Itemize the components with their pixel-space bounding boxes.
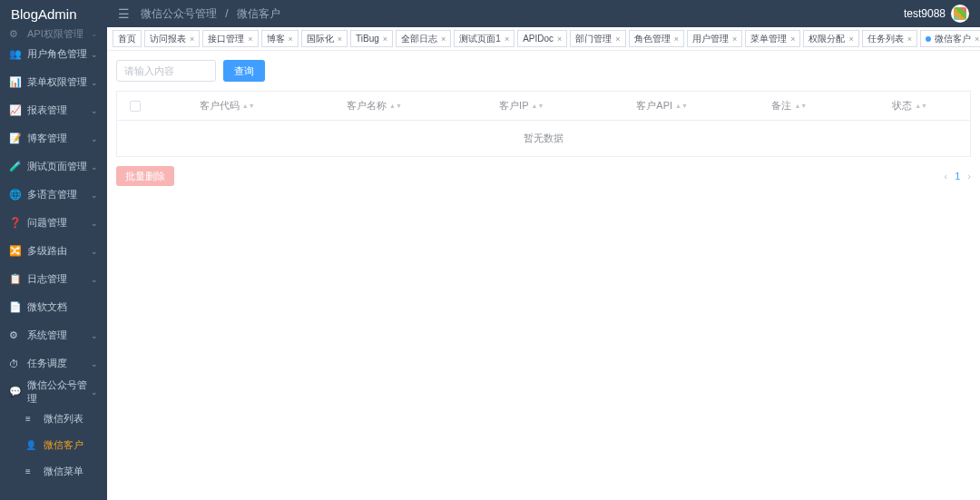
user-menu[interactable]: test9088 — [904, 5, 969, 23]
sidebar-item-msdoc[interactable]: 📄 微软文档 — [0, 293, 107, 321]
tab-visit-report[interactable]: 访问报表× — [144, 30, 200, 47]
sidebar-subitem-wechat-menu[interactable]: ≡ 微信菜单 — [0, 458, 107, 485]
sort-icon[interactable]: ▲▼ — [532, 104, 544, 108]
sidebar-item-routes[interactable]: 🔀 多级路由 ⌄ — [0, 237, 107, 265]
action-row: 批量删除 ‹ 1 › — [116, 166, 971, 186]
sort-icon[interactable]: ▲▼ — [389, 104, 402, 108]
users-icon: 👥 — [9, 48, 22, 60]
tab-i18n[interactable]: 国际化× — [301, 30, 348, 47]
sidebar-subitem-wechat-list[interactable]: ≡ 微信列表 — [0, 406, 107, 432]
select-all-checkbox[interactable] — [130, 101, 141, 112]
pagination-prev[interactable]: ‹ — [945, 171, 948, 181]
close-icon[interactable]: × — [441, 34, 446, 44]
page-content: 查询 客户代码▲▼ 客户名称▲▼ 客户IP▲▼ 客户API▲▼ 备注▲▼ 状态▲… — [107, 51, 980, 500]
tab-apidoc[interactable]: APIDoc× — [517, 30, 567, 47]
list-icon: ≡ — [25, 466, 38, 476]
chevron-down-icon: ⌄ — [91, 50, 98, 59]
tab-wechat-customer[interactable]: 微信客户× — [920, 30, 980, 47]
sidebar-item-wechat[interactable]: 💬 微信公众号管理 ⌄ — [0, 377, 107, 406]
username: test9088 — [904, 7, 946, 20]
column-customer-name[interactable]: 客户名称▲▼ — [300, 92, 447, 120]
menu-toggle-icon[interactable]: ☰ — [118, 6, 130, 21]
sidebar-item-label: 系统管理 — [27, 328, 91, 342]
close-icon[interactable]: × — [790, 34, 795, 44]
close-icon[interactable]: × — [975, 34, 979, 44]
close-icon[interactable]: × — [615, 34, 620, 44]
topbar: ☰ 微信公众号管理 / 微信客户 test9088 — [107, 0, 980, 27]
sidebar-item-api-permission[interactable]: ⚙ API权限管理 ⌄ — [0, 27, 107, 40]
chevron-down-icon: ⌄ — [91, 29, 98, 38]
sidebar-item-system[interactable]: ⚙ 系统管理 ⌄ — [0, 321, 107, 349]
gear-icon: ⚙ — [9, 329, 22, 341]
bulk-delete-button[interactable]: 批量删除 — [116, 166, 174, 186]
pagination-next[interactable]: › — [967, 171, 971, 181]
close-icon[interactable]: × — [674, 34, 679, 44]
tab-menu[interactable]: 菜单管理× — [745, 30, 800, 47]
chevron-down-icon: ⌄ — [91, 106, 98, 115]
sidebar-item-reports[interactable]: 📈 报表管理 ⌄ — [0, 96, 107, 124]
tab-user[interactable]: 用户管理× — [687, 30, 742, 47]
tab-role[interactable]: 角色管理× — [629, 30, 684, 47]
search-input[interactable] — [116, 60, 216, 82]
sidebar-item-user-role[interactable]: 👥 用户角色管理 ⌄ — [0, 40, 107, 68]
tab-api-manage[interactable]: 接口管理× — [202, 30, 258, 47]
sidebar-item-menu-permission[interactable]: 📊 菜单权限管理 ⌄ — [0, 68, 107, 96]
sort-icon[interactable]: ▲▼ — [915, 104, 927, 108]
sidebar-item-blog[interactable]: 📝 博客管理 ⌄ — [0, 124, 107, 152]
tab-blog[interactable]: 博客× — [261, 30, 299, 47]
chevron-down-icon: ⌄ — [91, 247, 98, 256]
close-icon[interactable]: × — [248, 34, 252, 44]
sidebar-item-tasks[interactable]: ⏱ 任务调度 ⌄ — [0, 349, 107, 377]
chevron-down-icon: ⌄ — [91, 162, 98, 172]
route-icon: 🔀 — [9, 245, 22, 257]
tab-tibug[interactable]: TiBug× — [350, 30, 393, 47]
close-icon[interactable]: × — [338, 34, 342, 44]
breadcrumb-item[interactable]: 微信公众号管理 — [141, 7, 217, 20]
tab-permission[interactable]: 权限分配× — [803, 30, 858, 47]
column-status[interactable]: 状态▲▼ — [849, 92, 970, 120]
close-icon[interactable]: × — [557, 34, 562, 44]
tab-all-logs[interactable]: 全部日志× — [396, 30, 451, 47]
blog-icon: 📝 — [9, 132, 22, 144]
column-remark[interactable]: 备注▲▼ — [729, 92, 849, 120]
tabs-bar: 首页 访问报表× 接口管理× 博客× 国际化× TiBug× 全部日志× 测试页… — [107, 27, 980, 51]
tab-task-list[interactable]: 任务列表× — [862, 30, 917, 47]
log-icon: 📋 — [9, 273, 22, 285]
close-icon[interactable]: × — [289, 34, 293, 44]
sidebar-item-label: 报表管理 — [27, 103, 91, 117]
sort-icon[interactable]: ▲▼ — [242, 104, 255, 108]
close-icon[interactable]: × — [190, 34, 194, 44]
sidebar-item-label: 问题管理 — [27, 216, 91, 230]
close-icon[interactable]: × — [505, 34, 509, 44]
main-area: ☰ 微信公众号管理 / 微信客户 test9088 首页 访问报表× 接口管理×… — [107, 0, 980, 500]
tab-test-page1[interactable]: 测试页面1× — [454, 30, 514, 47]
sidebar-item-label: 日志管理 — [27, 272, 91, 286]
sidebar-item-logs[interactable]: 📋 日志管理 ⌄ — [0, 265, 107, 293]
sort-icon[interactable]: ▲▼ — [794, 104, 807, 108]
breadcrumb-separator: / — [225, 7, 228, 20]
tab-dept[interactable]: 部门管理× — [570, 30, 625, 47]
close-icon[interactable]: × — [848, 34, 853, 44]
sidebar-item-label: 多语言管理 — [27, 188, 91, 201]
sidebar-item-i18n[interactable]: 🌐 多语言管理 ⌄ — [0, 181, 107, 209]
chart-icon: 📊 — [9, 76, 22, 88]
tab-home[interactable]: 首页 — [113, 30, 142, 47]
doc-icon: 📄 — [9, 301, 22, 313]
search-button[interactable]: 查询 — [223, 60, 265, 82]
sidebar-item-label: 博客管理 — [27, 132, 91, 145]
column-customer-code[interactable]: 客户代码▲▼ — [153, 92, 300, 120]
sidebar-item-issues[interactable]: ❓ 问题管理 ⌄ — [0, 209, 107, 237]
close-icon[interactable]: × — [732, 34, 737, 44]
sidebar: BlogAdmin ⚙ API权限管理 ⌄ 👥 用户角色管理 ⌄ 📊 菜单权限管… — [0, 0, 107, 500]
sidebar-item-test-pages[interactable]: 🧪 测试页面管理 ⌄ — [0, 152, 107, 181]
close-icon[interactable]: × — [907, 34, 912, 44]
column-customer-api[interactable]: 客户API▲▼ — [595, 92, 730, 120]
question-icon: ❓ — [9, 217, 22, 229]
pagination-page-1[interactable]: 1 — [955, 171, 960, 181]
sort-icon[interactable]: ▲▼ — [675, 104, 688, 108]
sidebar-subitem-wechat-customer[interactable]: 👤 微信客户 — [0, 432, 107, 458]
chevron-down-icon: ⌄ — [91, 331, 98, 340]
chevron-down-icon: ⌄ — [91, 359, 98, 368]
close-icon[interactable]: × — [383, 34, 387, 44]
column-customer-ip[interactable]: 客户IP▲▼ — [448, 92, 595, 120]
